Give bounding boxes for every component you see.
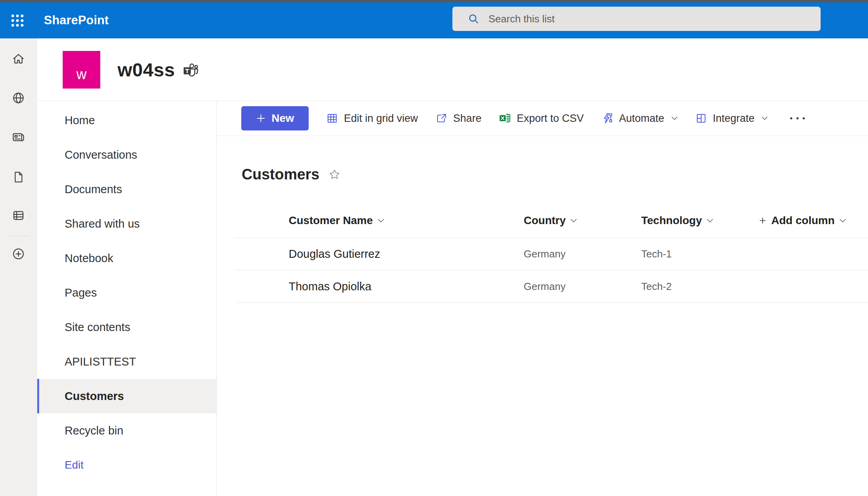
- command-bar: New Edit in grid view Share: [217, 101, 868, 136]
- nav-item-customers[interactable]: Customers: [37, 379, 216, 413]
- nav-item-notebook[interactable]: Notebook: [37, 241, 216, 275]
- share-label: Share: [453, 112, 481, 125]
- column-header-label: Country: [524, 214, 566, 227]
- more-commands-button[interactable]: [785, 112, 810, 124]
- nav-item-label: Documents: [65, 183, 122, 196]
- document-icon: [11, 170, 25, 184]
- column-header-label: Technology: [641, 214, 702, 227]
- rail-create-button[interactable]: [9, 244, 28, 263]
- share-button[interactable]: Share: [435, 112, 481, 125]
- site-title: w04ss: [118, 59, 175, 80]
- integrate-label: Integrate: [713, 112, 755, 125]
- table-body: Douglas Gutierrez Germany Tech-1 Thomas …: [235, 238, 868, 303]
- sharepoint-list-page: SharePoint: [0, 0, 868, 496]
- cell-customer-name[interactable]: Douglas Gutierrez: [289, 248, 524, 261]
- grid-view-icon: [326, 112, 338, 125]
- column-header-label: Customer Name: [289, 214, 373, 227]
- rail-news-button[interactable]: [9, 128, 28, 147]
- automate-flow-icon: [601, 112, 613, 125]
- nav-edit-label: Edit: [65, 459, 83, 471]
- cell-country: Germany: [524, 248, 641, 260]
- chevron-down-icon: [378, 219, 384, 223]
- more-ellipsis-icon: [789, 116, 806, 120]
- rail-home-button[interactable]: [9, 49, 28, 68]
- chevron-down-icon: [761, 116, 768, 120]
- cell-customer-name[interactable]: Thomas Opiolka: [289, 280, 524, 293]
- automate-label: Automate: [619, 112, 664, 125]
- add-column-button[interactable]: Add column: [759, 214, 868, 227]
- table-header-row: Customer Name Country Technology Add col…: [235, 204, 868, 238]
- teams-icon: [183, 62, 199, 78]
- list-title-row: Customers: [242, 166, 341, 183]
- search-icon: [467, 13, 480, 25]
- share-icon: [435, 112, 448, 125]
- rail-global-button[interactable]: [9, 89, 28, 107]
- favorite-button[interactable]: [328, 168, 341, 181]
- rail-divider: [8, 236, 29, 236]
- nav-item-label: Pages: [65, 286, 97, 299]
- excel-icon: [499, 112, 511, 125]
- nav-item-label: Conversations: [65, 148, 137, 161]
- nav-item-label: Site contents: [65, 321, 130, 334]
- chevron-down-icon: [671, 116, 678, 120]
- search-input[interactable]: [488, 7, 821, 31]
- column-header-country[interactable]: Country: [524, 214, 641, 227]
- nav-edit-link[interactable]: Edit: [37, 448, 216, 482]
- rail-lists-button[interactable]: [9, 206, 28, 225]
- export-csv-button[interactable]: Export to CSV: [499, 112, 584, 125]
- integrate-icon: [695, 112, 707, 125]
- nav-item-site-contents[interactable]: Site contents: [37, 310, 216, 344]
- add-column-label: Add column: [771, 214, 835, 227]
- column-header-customer-name[interactable]: Customer Name: [289, 214, 524, 227]
- waffle-icon: [11, 14, 24, 27]
- nav-item-apilisttest[interactable]: APILISTTEST: [37, 344, 216, 379]
- app-launcher-button[interactable]: [8, 11, 27, 30]
- search-box[interactable]: [452, 7, 821, 31]
- nav-item-label: Home: [65, 114, 95, 127]
- list-table: Customer Name Country Technology Add col…: [235, 204, 868, 303]
- globe-icon: [11, 91, 25, 105]
- star-icon: [328, 168, 341, 181]
- plus-icon: [759, 217, 767, 224]
- edit-grid-view-label: Edit in grid view: [344, 112, 418, 125]
- cell-technology: Tech-2: [641, 281, 759, 293]
- site-header: w w04ss: [37, 38, 868, 101]
- site-logo[interactable]: w: [63, 51, 100, 89]
- table-row[interactable]: Douglas Gutierrez Germany Tech-1: [235, 238, 868, 270]
- nav-item-shared-with-us[interactable]: Shared with us: [37, 206, 216, 241]
- nav-item-label: Customers: [65, 390, 124, 403]
- table-row[interactable]: Thomas Opiolka Germany Tech-2: [235, 270, 868, 303]
- nav-item-label: Shared with us: [65, 217, 140, 230]
- column-header-technology[interactable]: Technology: [641, 214, 759, 227]
- nav-item-label: APILISTTEST: [65, 355, 136, 368]
- new-button[interactable]: New: [241, 106, 309, 130]
- nav-item-pages[interactable]: Pages: [37, 275, 216, 310]
- nav-item-label: Notebook: [65, 252, 113, 265]
- chevron-down-icon: [839, 219, 846, 223]
- list-icon: [11, 208, 25, 223]
- nav-item-conversations[interactable]: Conversations: [37, 138, 216, 172]
- plus-icon: [256, 113, 266, 123]
- list-title: Customers: [242, 166, 320, 183]
- rail-documents-button[interactable]: [9, 168, 28, 186]
- home-icon: [11, 52, 25, 66]
- site-logo-letter: w: [76, 66, 87, 83]
- app-rail: [0, 38, 37, 496]
- cell-technology: Tech-1: [641, 248, 759, 260]
- site-navigation: Home Conversations Documents Shared with…: [37, 101, 217, 496]
- suite-bar: SharePoint: [0, 2, 868, 38]
- nav-item-label: Recycle bin: [65, 424, 123, 437]
- nav-item-documents[interactable]: Documents: [37, 172, 216, 206]
- nav-item-recycle-bin[interactable]: Recycle bin: [37, 413, 216, 448]
- add-circle-icon: [11, 247, 25, 261]
- integrate-button[interactable]: Integrate: [695, 112, 768, 125]
- nav-item-home[interactable]: Home: [37, 103, 216, 138]
- export-csv-label: Export to CSV: [517, 112, 584, 125]
- new-button-label: New: [271, 112, 294, 125]
- cell-country: Germany: [524, 281, 641, 293]
- chevron-down-icon: [570, 219, 577, 223]
- chevron-down-icon: [707, 219, 713, 223]
- edit-grid-view-button[interactable]: Edit in grid view: [326, 112, 418, 125]
- automate-button[interactable]: Automate: [601, 112, 678, 125]
- news-icon: [11, 130, 25, 144]
